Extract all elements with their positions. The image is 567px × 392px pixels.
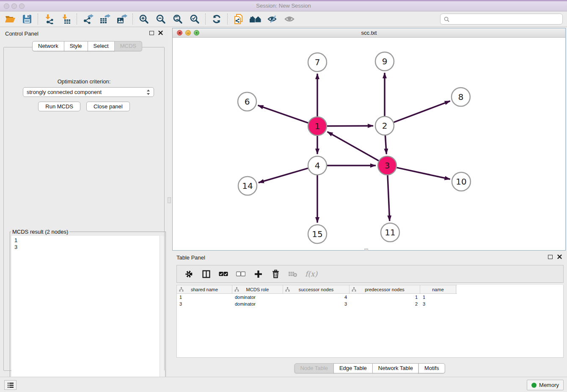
dropdown-stepper-icon <box>146 89 150 95</box>
graph-node-10[interactable]: 10 <box>452 172 471 191</box>
first-neighbors-button[interactable] <box>249 13 262 25</box>
column-header-successor-nodes[interactable]: successor nodes <box>283 285 350 293</box>
homes-icon <box>249 14 262 24</box>
unselect-all-columns-button[interactable] <box>236 269 246 279</box>
edge-2-3[interactable] <box>385 135 386 154</box>
cell-MCDS-role: dominator <box>232 301 283 306</box>
refresh-button[interactable] <box>210 13 223 25</box>
import-network-button[interactable] <box>42 13 55 25</box>
graph-node-14[interactable]: 14 <box>238 177 257 195</box>
result-scrollbar[interactable] <box>160 236 164 384</box>
edge-3-11[interactable] <box>388 175 390 221</box>
zoom-fit-button[interactable] <box>171 13 184 25</box>
float-panel-icon[interactable] <box>149 31 154 35</box>
export-table-button[interactable] <box>98 13 111 25</box>
column-type-icon <box>179 287 184 292</box>
svg-text:8: 8 <box>458 92 464 102</box>
graph-node-4[interactable]: 4 <box>308 156 327 175</box>
network-graph-canvas[interactable]: 7968124314101511 <box>173 38 565 250</box>
cell-successor-nodes: 3 <box>283 301 350 306</box>
edge-3-10[interactable] <box>396 168 450 179</box>
memory-label: Memory <box>539 382 559 388</box>
zoom-selected-button[interactable] <box>188 13 201 25</box>
function-builder-button-disabled: f(x) <box>305 270 317 278</box>
tab-network-table[interactable]: Network Table <box>372 363 419 373</box>
column-header-predecessor-nodes[interactable]: predecessor nodes <box>350 285 420 293</box>
tab-network[interactable]: Network <box>32 41 64 51</box>
cell-MCDS-role: dominator <box>232 295 283 300</box>
graph-node-3[interactable]: 3 <box>378 156 396 175</box>
open-file-button[interactable] <box>3 13 17 25</box>
window-resize-handle[interactable] <box>364 248 368 251</box>
close-table-panel-icon[interactable] <box>557 254 562 259</box>
graph-node-8[interactable]: 8 <box>451 88 470 106</box>
svg-text:4: 4 <box>315 160 320 171</box>
edge-1-6[interactable] <box>258 105 308 123</box>
table-row[interactable]: 1dominator411 <box>177 294 563 301</box>
run-mcds-button[interactable]: Run MCDS <box>38 102 80 111</box>
search-field[interactable] <box>440 14 563 25</box>
clone-network-button[interactable] <box>232 13 245 25</box>
tab-style[interactable]: Style <box>64 41 88 51</box>
import-table-button[interactable] <box>59 13 72 25</box>
tab-edge-table[interactable]: Edge Table <box>333 363 373 373</box>
main-toolbar <box>0 11 567 27</box>
tab-mcds[interactable]: MCDS <box>114 41 142 51</box>
close-panel-icon[interactable] <box>158 30 163 35</box>
zoom-out-button[interactable] <box>154 13 167 25</box>
panel-splitter-handle[interactable] <box>168 197 171 203</box>
tab-node-table[interactable]: Node Table <box>294 363 334 373</box>
create-column-button[interactable] <box>253 269 263 279</box>
edge-2-8[interactable] <box>394 101 450 122</box>
mcds-result-text[interactable]: 1 3 <box>11 236 160 384</box>
export-network-button[interactable] <box>81 13 94 25</box>
tab-motifs[interactable]: Motifs <box>418 363 445 373</box>
task-history-button[interactable] <box>4 380 17 390</box>
zoom-out-icon <box>156 14 166 24</box>
graph-node-6[interactable]: 6 <box>238 92 256 111</box>
close-panel-button[interactable]: Close panel <box>86 102 130 111</box>
float-table-panel-icon[interactable] <box>548 255 553 259</box>
graph-node-15[interactable]: 15 <box>308 225 327 243</box>
plus-icon <box>254 270 262 278</box>
delete-table-icon <box>288 271 297 277</box>
toolbar-separator <box>227 14 228 25</box>
trash-icon <box>272 270 279 278</box>
graph-node-1[interactable]: 1 <box>308 117 327 135</box>
graph-node-9[interactable]: 9 <box>375 52 394 71</box>
delete-column-button[interactable] <box>270 269 281 279</box>
column-header-MCDS-role[interactable]: MCDS role <box>232 285 283 293</box>
status-bar: Memory <box>0 377 567 392</box>
show-all-button[interactable] <box>283 13 296 25</box>
show-column-panel-button[interactable] <box>201 269 211 279</box>
save-session-button[interactable] <box>20 13 33 25</box>
edge-4-14[interactable] <box>259 168 308 182</box>
tab-select[interactable]: Select <box>88 41 115 51</box>
select-all-columns-button[interactable] <box>218 269 228 279</box>
criterion-dropdown[interactable]: strongly connected component <box>23 87 154 97</box>
search-input[interactable] <box>451 16 559 22</box>
gear-icon <box>185 270 193 278</box>
graph-node-2[interactable]: 2 <box>375 116 394 135</box>
node-table: shared name MCDS role successor nodes pr… <box>176 285 564 358</box>
hide-selected-button[interactable] <box>266 13 279 25</box>
open-folder-icon <box>5 14 16 24</box>
table-panel-title: Table Panel <box>176 254 205 261</box>
edge-1-2[interactable] <box>327 126 373 126</box>
graph-node-7[interactable]: 7 <box>308 53 327 72</box>
zoom-in-button[interactable] <box>137 13 150 25</box>
memory-button[interactable]: Memory <box>527 380 564 390</box>
export-image-button[interactable] <box>115 13 128 25</box>
table-settings-button[interactable] <box>184 269 194 279</box>
table-row[interactable]: 3dominator323 <box>177 301 563 307</box>
graph-node-11[interactable]: 11 <box>381 223 399 242</box>
zoom-in-icon <box>139 14 149 24</box>
cell-shared-name: 1 <box>177 295 232 300</box>
cell-name: 3 <box>420 301 456 306</box>
network-window-titlebar[interactable]: ✕ − + scc.txt <box>173 28 565 38</box>
table-toolbar: f(x) <box>176 265 564 283</box>
column-header-shared-name[interactable]: shared name <box>177 285 232 293</box>
control-panel-tabs: NetworkStyleSelectMCDS <box>32 41 142 51</box>
edge-3-1[interactable] <box>328 132 379 160</box>
column-header-name[interactable]: name <box>420 285 456 293</box>
